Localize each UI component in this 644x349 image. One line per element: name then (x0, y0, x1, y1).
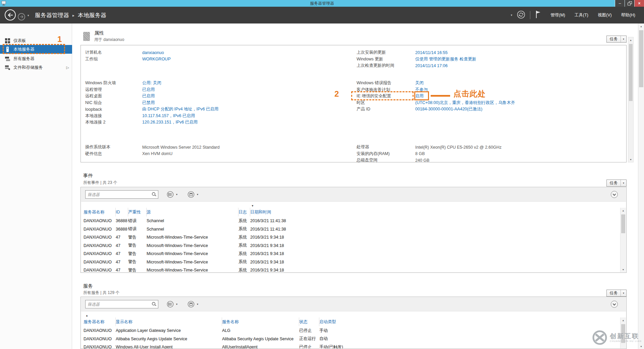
sidebar-item-dashboard[interactable]: 仪表板 (0, 36, 72, 45)
event-row[interactable]: DANXIAONUO 47 警告 Microsoft-Windows-Time-… (81, 258, 620, 266)
properties-group: 操作系统版本 Microsoft Windows Server 2012 Sta… (85, 144, 355, 157)
properties-scrollbar[interactable]: ▲ ▼ (628, 37, 634, 162)
service-row[interactable]: DANXIAONUO Application Layer Gateway Ser… (81, 327, 620, 335)
scroll-down-icon[interactable]: ▼ (621, 267, 626, 272)
property-value[interactable]: 不参与 (415, 87, 428, 93)
sidebar-item-local-server[interactable]: 本地服务器 (0, 45, 72, 54)
saved-filters-button[interactable]: ▾ (165, 190, 179, 199)
menu-item[interactable]: 帮助(H) (621, 12, 635, 18)
property-value[interactable]: 已禁用 (142, 100, 155, 106)
back-button[interactable] (5, 9, 16, 20)
property-value[interactable]: 由 DHCP 分配的 IPv4 地址，IPv6 已启用 (142, 106, 219, 112)
column-header[interactable]: ID (116, 208, 128, 216)
events-filter-input[interactable] (88, 191, 150, 198)
property-value[interactable]: 启用 (415, 93, 424, 99)
scrollbar-thumb[interactable] (639, 30, 643, 87)
service-row[interactable]: DANXIAONUO Windows All-User Install Agen… (81, 343, 620, 348)
menu-item[interactable]: 管理(M) (550, 12, 565, 18)
nav-history-caret[interactable]: ▾ (28, 14, 29, 17)
event-source: Schannel (147, 218, 238, 223)
event-row[interactable]: DANXIAONUO 36888 错误 Schannel 系统 2016/3/2… (81, 225, 620, 234)
service-status: 已停止 (299, 344, 319, 348)
close-button[interactable]: × (634, 0, 644, 7)
property-value[interactable]: 公用: 关闭 (142, 80, 161, 86)
event-row[interactable]: DANXIAONUO 47 警告 Microsoft-Windows-Time-… (81, 242, 620, 250)
column-header[interactable]: 启动类型 (319, 317, 620, 326)
file-storage-icon (5, 65, 10, 70)
minimize-button[interactable]: – (615, 0, 625, 7)
column-header[interactable]: 严重性 (128, 208, 147, 216)
notifications-flag-button[interactable] (535, 10, 541, 20)
forward-button[interactable] (18, 13, 25, 20)
service-row[interactable]: DANXIAONUO Alibaba Security Aegis Update… (81, 335, 620, 343)
scroll-up-icon[interactable]: ▲ (638, 23, 644, 29)
search-icon[interactable] (152, 302, 157, 308)
event-log: 系统 (238, 226, 250, 232)
property-label: loopback (85, 107, 142, 112)
server-caret-icon[interactable]: ▾ (511, 13, 513, 17)
filter-list-icon (167, 191, 174, 198)
property-value[interactable]: 10.117.54.157，IPv6 已启用 (142, 113, 195, 119)
services-filter-input[interactable] (88, 301, 150, 308)
scroll-up-icon[interactable]: ▲ (621, 317, 626, 323)
scroll-up-icon[interactable]: ▲ (621, 208, 626, 213)
property-row: 计算机名 danxiaonuo (85, 49, 355, 56)
expand-icon[interactable]: ▷ (66, 65, 69, 70)
saved-filters-button[interactable]: ▾ (165, 300, 179, 308)
back-arrow-icon (8, 13, 13, 17)
main-scrollbar[interactable]: ▲ ▼ (638, 23, 644, 349)
breadcrumb-root[interactable]: 服务器管理器 (35, 11, 69, 19)
refresh-button[interactable] (517, 10, 525, 20)
event-row[interactable]: DANXIAONUO 36888 错误 Schannel 系统 2016/3/2… (81, 217, 620, 225)
services-tasks-button[interactable]: 任务 ▾ (606, 290, 627, 297)
property-value[interactable]: 已启用 (142, 87, 155, 93)
column-header[interactable]: 日志 (238, 208, 250, 216)
scrollbar-thumb[interactable] (621, 214, 625, 233)
scroll-down-icon[interactable]: ▼ (628, 157, 633, 162)
forward-arrow-icon (20, 15, 23, 18)
search-icon[interactable] (152, 192, 157, 198)
column-header[interactable]: 源 (147, 208, 238, 216)
property-value[interactable]: 关闭 (415, 80, 424, 86)
column-header[interactable]: 显示名称 (116, 317, 222, 326)
property-value[interactable]: 仅使用 管理的更新服务 检查更新 (415, 56, 476, 62)
event-source: Microsoft-Windows-Time-Service (147, 235, 238, 240)
event-row[interactable]: DANXIAONUO 47 警告 Microsoft-Windows-Time-… (81, 266, 620, 272)
property-value[interactable]: 120.26.233.151，IPv6 已启用 (142, 119, 198, 125)
events-collapse-button[interactable] (611, 191, 618, 198)
property-value: Xen HVM domU (142, 151, 172, 156)
property-value[interactable]: 已启用 (142, 93, 155, 99)
event-datetime: 2016/3/21 9:34:18 (250, 243, 620, 248)
sidebar-item-all-servers[interactable]: 所有服务器 (0, 54, 72, 63)
property-value[interactable]: (UTC+08:00)北京，重庆，香港特别行政区，乌鲁木齐 (415, 100, 515, 106)
property-row: loopback 由 DHCP 分配的 IPv4 地址，IPv6 已启用 (85, 106, 355, 113)
property-value[interactable]: WORKGROUP (142, 57, 171, 61)
events-tasks-button[interactable]: 任务 ▾ (606, 180, 627, 187)
events-scrollbar[interactable]: ▲ ▼ (620, 208, 626, 272)
column-header[interactable]: 服务器名称 (84, 208, 116, 216)
services-collapse-button[interactable] (611, 301, 618, 308)
menu-item[interactable]: 工具(T) (575, 12, 588, 18)
scroll-up-icon[interactable]: ▲ (628, 37, 633, 43)
sidebar-item-file-storage-services[interactable]: 文件和存储服务 ▷ (0, 63, 72, 72)
property-value[interactable]: 00184-30000-00001-AA420(已激活) (415, 106, 482, 112)
event-datetime: 2016/3/21 9:34:18 (250, 251, 620, 256)
properties-title: 属性 (94, 30, 104, 36)
event-row[interactable]: DANXIAONUO 47 警告 Microsoft-Windows-Time-… (81, 233, 620, 242)
save-filter-button[interactable]: ▾ (186, 300, 200, 308)
property-value[interactable]: danxiaonuo (142, 50, 164, 55)
column-header[interactable]: 日期和时间 (250, 208, 620, 216)
scrollbar-thumb[interactable] (629, 44, 633, 101)
event-row[interactable]: DANXIAONUO 47 警告 Microsoft-Windows-Time-… (81, 250, 620, 258)
restore-button[interactable] (625, 0, 634, 7)
service-status: 正在运行 (299, 336, 319, 342)
column-header[interactable]: 状态 (299, 317, 319, 326)
properties-tasks-button[interactable]: 任务 ▾ (606, 36, 627, 43)
save-filter-button[interactable]: ▾ (186, 190, 200, 199)
event-log: 系统 (238, 218, 250, 224)
property-value[interactable]: 2014/11/14 16:55 (415, 50, 447, 55)
property-value[interactable]: 2014/11/14 17:06 (415, 63, 447, 68)
menu-item[interactable]: 视图(V) (598, 12, 612, 18)
column-header[interactable]: 服务器名称 (84, 317, 116, 326)
column-header[interactable]: 服务名称 (222, 317, 299, 326)
